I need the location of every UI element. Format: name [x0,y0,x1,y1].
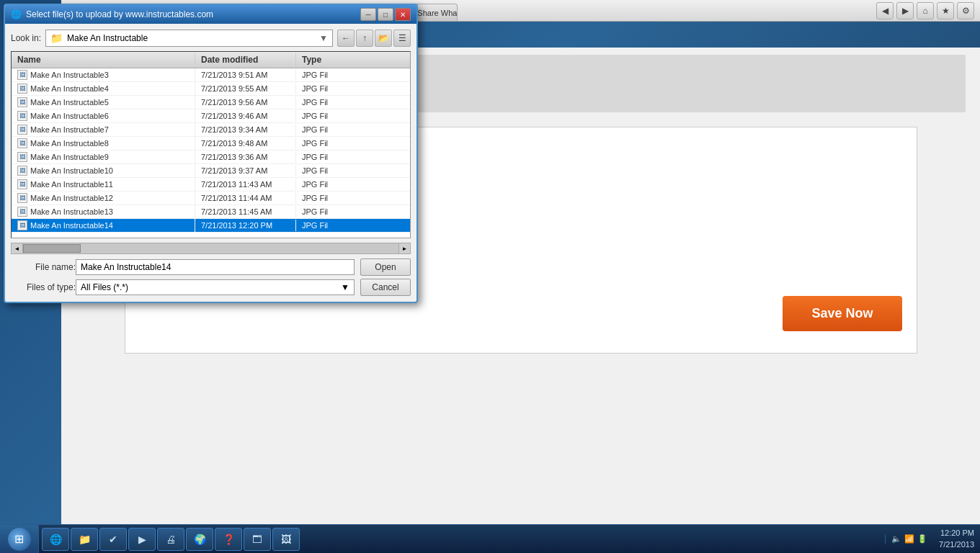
file-row[interactable]: 🖼Make An Instructable77/21/2013 9:34 AMJ… [12,123,410,137]
file-row[interactable]: 🖼Make An Instructable147/21/2013 12:20 P… [12,219,410,233]
look-in-dropdown[interactable]: 📁 Make An Instructable ▼ [45,30,333,47]
file-row[interactable]: 🖼Make An Instructable107/21/2013 9:37 AM… [12,164,410,178]
file-type: JPG Fil [296,179,354,190]
file-icon: 🖼 [17,152,27,162]
globe-icon: 🌍 [192,532,207,547]
taskbar-window[interactable]: 🗔 [244,528,271,551]
save-now-button[interactable]: Save Now [783,296,901,331]
file-type: JPG Fil [296,165,354,176]
dialog-maximize-btn[interactable]: □ [378,8,393,21]
start-button[interactable]: ⊞ [0,525,39,554]
tray-network-icon: 📶 [904,534,914,544]
check-icon: ✔ [106,532,120,547]
taskbar-globe[interactable]: 🌍 [186,528,213,551]
file-date: 7/21/2013 9:51 AM [195,69,296,81]
explorer-icon: 📁 [77,532,92,547]
file-date: 7/21/2013 9:55 AM [195,83,296,94]
dialog-nav-btns: ← ↑ 📂 ☰ [337,30,411,47]
dialog-open-button[interactable]: Open [360,258,411,276]
dialog-cancel-button[interactable]: Cancel [360,279,411,296]
file-type: JPG Fil [296,124,354,135]
file-icon: 🖼 [17,70,27,80]
browser-back-btn[interactable]: ◀ [876,2,894,19]
dialog-new-folder-btn[interactable]: 📂 [375,30,392,47]
hscroll-track[interactable] [23,243,398,253]
dialog-title-text: Select file(s) to upload by www.instruct… [26,9,360,19]
file-icon: 🖼 [17,207,27,217]
file-row[interactable]: 🖼Make An Instructable57/21/2013 9:56 AMJ… [12,96,410,109]
file-type: JPG Fil [296,151,354,163]
filetype-dropdown[interactable]: All Files (*.*) ▼ [76,279,355,295]
hscroll-left-btn[interactable]: ◄ [12,243,23,253]
system-tray: 🔈 📶 🔋 [885,534,933,544]
horizontal-scrollbar[interactable]: ◄ ► [11,243,411,254]
look-in-row: Look in: 📁 Make An Instructable ▼ ← ↑ 📂 … [11,30,411,47]
taskbar-clock: 12:20 PM 7/21/2013 [939,528,974,550]
file-row[interactable]: 🖼Make An Instructable47/21/2013 9:55 AMJ… [12,82,410,96]
file-icon: 🖼 [17,166,27,176]
file-icon: 🖼 [17,138,27,148]
file-name: Make An Instructable10 [30,166,113,175]
file-row[interactable]: 🖼Make An Instructable87/21/2013 9:48 AMJ… [12,137,410,150]
taskbar-ie[interactable]: 🌐 [42,528,69,551]
file-row[interactable]: 🖼Make An Instructable37/21/2013 9:51 AMJ… [12,68,410,82]
dialog-cancel-btn-wrapper: Cancel [360,279,411,296]
file-row[interactable]: 🖼Make An Instructable67/21/2013 9:46 AMJ… [12,109,410,123]
start-orb: ⊞ [8,528,31,551]
file-icon: 🖼 [17,220,27,230]
dialog-up-btn[interactable]: ↑ [356,30,373,47]
browser-home-btn[interactable]: ⌂ [917,2,934,19]
taskbar-help[interactable]: ❓ [215,528,242,551]
file-icon: 🖼 [17,84,27,94]
file-name: Make An Instructable6 [30,112,109,120]
file-type: JPG Fil [296,69,354,81]
taskbar-photo[interactable]: 🖼 [272,528,300,551]
filename-input[interactable] [76,259,355,275]
dialog-view-btn[interactable]: ☰ [393,30,411,47]
taskbar-explorer[interactable]: 📁 [71,528,98,551]
taskbar-check[interactable]: ✔ [99,528,127,551]
clock-date: 7/21/2013 [939,539,974,550]
look-in-folder-icon: 📁 [50,32,63,44]
ie-icon: 🌐 [48,532,63,547]
dialog-back-btn[interactable]: ← [337,30,355,47]
desktop: 🕐 Recent Places 🖥 Desktop 📚 Libraries 💻 … [0,0,980,553]
browser-star-btn[interactable]: ★ [937,2,954,19]
media-icon: ▶ [135,532,149,547]
file-name: Make An Instructable5 [30,98,109,107]
dialog-body: Look in: 📁 Make An Instructable ▼ ← ↑ 📂 … [5,24,416,302]
file-list-inner[interactable]: Name Date modified Type 🖼Make An Instruc… [12,52,410,238]
photo-icon: 🖼 [279,532,293,547]
filetype-arrow-icon: ▼ [341,282,349,292]
file-row[interactable]: 🖼Make An Instructable117/21/2013 11:43 A… [12,178,410,192]
file-rows-container: 🖼Make An Instructable37/21/2013 9:51 AMJ… [12,68,410,233]
clock-time: 12:20 PM [939,528,974,539]
hscroll-thumb[interactable] [23,244,81,253]
file-icon: 🖼 [17,111,27,121]
dialog-close-btn[interactable]: ✕ [395,8,411,21]
browser-settings-btn[interactable]: ⚙ [957,2,974,19]
file-icon: 🖼 [17,179,27,189]
file-type: JPG Fil [296,96,354,108]
taskbar: ⊞ 🌐 📁 ✔ ▶ 🖨 🌍 ❓ � [0,524,980,553]
file-type: JPG Fil [296,138,354,149]
col-name: Name [12,53,195,66]
file-name: Make An Instructable3 [30,71,109,79]
file-date: 7/21/2013 9:56 AM [195,96,296,108]
file-type: JPG Fil [296,110,354,122]
file-type: JPG Fil [296,192,354,204]
file-row[interactable]: 🖼Make An Instructable137/21/2013 11:45 A… [12,205,410,219]
tray-volume-icon: 🔈 [891,534,901,544]
file-row[interactable]: 🖼Make An Instructable127/21/2013 11:44 A… [12,192,410,205]
file-row[interactable]: 🖼Make An Instructable97/21/2013 9:36 AMJ… [12,150,410,164]
file-name: Make An Instructable12 [30,194,113,202]
taskbar-hp[interactable]: 🖨 [157,528,184,551]
hscroll-right-btn[interactable]: ► [398,243,410,253]
dialog-minimize-btn[interactable]: ─ [360,8,376,21]
dialog-titlebar: 🌐 Select file(s) to upload by www.instru… [5,5,416,24]
browser-forward-btn[interactable]: ▶ [896,2,914,19]
filetype-row: Files of type: All Files (*.*) ▼ Cancel [11,279,411,296]
taskbar-media[interactable]: ▶ [128,528,156,551]
file-name: Make An Instructable4 [30,84,109,93]
look-in-text: Make An Instructable [67,33,315,43]
